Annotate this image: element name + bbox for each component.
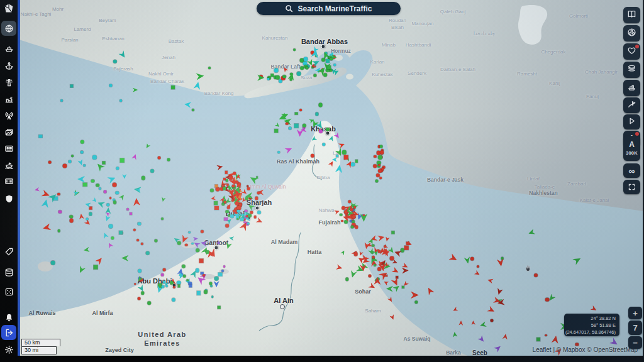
vessel-marker[interactable] bbox=[536, 337, 540, 341]
sidebar-item-live-map-globe[interactable] bbox=[1, 21, 16, 36]
vessel-marker[interactable] bbox=[375, 179, 378, 182]
vessel-marker[interactable] bbox=[336, 155, 338, 158]
vessel-marker[interactable] bbox=[326, 59, 330, 63]
sidebar-item-news-card[interactable] bbox=[1, 141, 16, 156]
vessel-marker[interactable] bbox=[57, 229, 60, 233]
vessel-marker[interactable] bbox=[183, 275, 186, 278]
vessel-marker[interactable] bbox=[171, 85, 175, 89]
vessel-marker[interactable] bbox=[199, 258, 203, 263]
map-canvas[interactable]: Bandar AbbasKhasabSharjahDubaiAbu DhabiA… bbox=[20, 0, 643, 356]
sidebar-item-logout[interactable] bbox=[1, 325, 16, 340]
vessel-marker[interactable] bbox=[247, 187, 250, 190]
vessel-marker[interactable] bbox=[341, 206, 345, 210]
sidebar-item-ais-stations[interactable] bbox=[1, 108, 16, 123]
vessel-marker[interactable] bbox=[162, 281, 165, 284]
vessel-marker[interactable] bbox=[373, 164, 377, 168]
vessel-marker[interactable] bbox=[197, 291, 201, 295]
vessel-marker[interactable] bbox=[48, 161, 52, 164]
vessel-marker[interactable] bbox=[223, 265, 226, 268]
vessel-marker[interactable] bbox=[109, 197, 112, 199]
vessel-marker[interactable] bbox=[163, 268, 166, 272]
zoom-in-button[interactable]: + bbox=[628, 307, 642, 319]
vessel-marker[interactable] bbox=[270, 74, 274, 77]
vessel-marker[interactable] bbox=[256, 176, 258, 178]
vessel-marker[interactable] bbox=[196, 248, 200, 252]
vessel-marker[interactable] bbox=[225, 224, 229, 228]
vessel-marker[interactable] bbox=[119, 231, 123, 234]
sidebar-item-lights-stations[interactable] bbox=[1, 75, 16, 90]
vessel-marker[interactable] bbox=[104, 190, 107, 194]
vessel-marker[interactable] bbox=[138, 297, 141, 300]
vessel-marker[interactable] bbox=[318, 102, 323, 107]
vessel-marker[interactable] bbox=[83, 164, 86, 167]
vessel-marker[interactable] bbox=[136, 239, 139, 241]
vessel-marker[interactable] bbox=[188, 231, 191, 234]
vessel-marker[interactable] bbox=[257, 191, 260, 194]
vessel-marker[interactable] bbox=[214, 206, 218, 209]
vessel-marker[interactable] bbox=[102, 162, 105, 165]
sidebar-item-marinetraffic-logo[interactable] bbox=[1, 1, 16, 16]
vessel-marker[interactable] bbox=[225, 171, 227, 173]
vessel-marker[interactable] bbox=[390, 256, 394, 261]
vessel-marker[interactable] bbox=[304, 57, 308, 62]
vessel-marker[interactable] bbox=[243, 221, 246, 224]
vessel-marker[interactable] bbox=[134, 283, 136, 285]
vessel-marker[interactable] bbox=[208, 67, 211, 69]
vessel-marker[interactable] bbox=[185, 244, 188, 247]
vessel-marker[interactable] bbox=[351, 162, 355, 167]
map-guide-button[interactable] bbox=[623, 7, 640, 23]
fullscreen-button[interactable] bbox=[623, 180, 640, 194]
vessel-marker[interactable] bbox=[534, 273, 538, 277]
vessel-marker[interactable] bbox=[369, 275, 372, 278]
vessel-marker[interactable] bbox=[191, 243, 194, 245]
vessel-marker[interactable] bbox=[113, 200, 117, 204]
sidebar-item-notifications[interactable] bbox=[1, 310, 16, 325]
sidebar-item-photos[interactable] bbox=[1, 124, 16, 140]
vessel-marker[interactable] bbox=[378, 250, 381, 253]
sidebar-item-ports[interactable] bbox=[1, 58, 16, 74]
vessel-marker[interactable] bbox=[106, 203, 110, 207]
vessel-marker[interactable] bbox=[295, 112, 298, 115]
vessel-marker[interactable] bbox=[93, 265, 97, 270]
vessel-marker[interactable] bbox=[215, 185, 218, 188]
vessel-marker[interactable] bbox=[206, 250, 209, 254]
attribution[interactable]: Leaflet | © Mapbox © OpenStreetMap bbox=[533, 346, 638, 353]
favorites-button[interactable] bbox=[623, 43, 640, 60]
vessel-filters-button[interactable] bbox=[623, 25, 640, 41]
vessel-marker[interactable] bbox=[321, 58, 325, 62]
vessel-marker[interactable] bbox=[158, 156, 161, 160]
vessel-marker[interactable] bbox=[385, 275, 387, 277]
sidebar-item-protection[interactable] bbox=[1, 191, 16, 206]
sidebar-item-tags[interactable] bbox=[1, 244, 16, 259]
vessel-marker[interactable] bbox=[355, 160, 358, 162]
vessel-marker[interactable] bbox=[138, 269, 142, 273]
vessel-marker[interactable] bbox=[186, 279, 189, 282]
sidebar-item-apps[interactable] bbox=[1, 284, 16, 299]
vessel-marker[interactable] bbox=[379, 177, 382, 180]
vessel-marker[interactable] bbox=[402, 285, 404, 288]
vessel-marker[interactable] bbox=[218, 306, 221, 309]
search-bar[interactable]: Search MarineTraffic bbox=[257, 2, 401, 15]
vessel-marker[interactable] bbox=[379, 145, 382, 148]
vessel-marker[interactable] bbox=[229, 176, 233, 180]
vessel-marker[interactable] bbox=[167, 158, 170, 162]
vessel-marker[interactable] bbox=[83, 183, 87, 187]
vessel-marker[interactable] bbox=[299, 109, 302, 111]
map-layers-button[interactable] bbox=[623, 62, 640, 78]
vessel-marker[interactable] bbox=[545, 334, 547, 337]
vessel-marker[interactable] bbox=[293, 48, 296, 51]
vessel-marker[interactable] bbox=[333, 64, 336, 67]
vessel-marker[interactable] bbox=[86, 217, 89, 221]
vessel-marker[interactable] bbox=[211, 295, 214, 298]
vessel-marker[interactable] bbox=[274, 129, 278, 133]
vessel-marker[interactable] bbox=[147, 301, 151, 305]
vessel-marker[interactable] bbox=[119, 99, 122, 102]
vessel-marker[interactable] bbox=[214, 201, 218, 205]
vessel-marker[interactable] bbox=[372, 244, 375, 247]
vessel-marker[interactable] bbox=[344, 155, 348, 159]
vessel-marker[interactable] bbox=[353, 252, 358, 256]
vessel-marker[interactable] bbox=[341, 220, 343, 222]
vessel-marker[interactable] bbox=[340, 213, 343, 216]
zoom-out-button[interactable]: − bbox=[628, 336, 642, 349]
vessel-marker[interactable] bbox=[150, 169, 154, 173]
